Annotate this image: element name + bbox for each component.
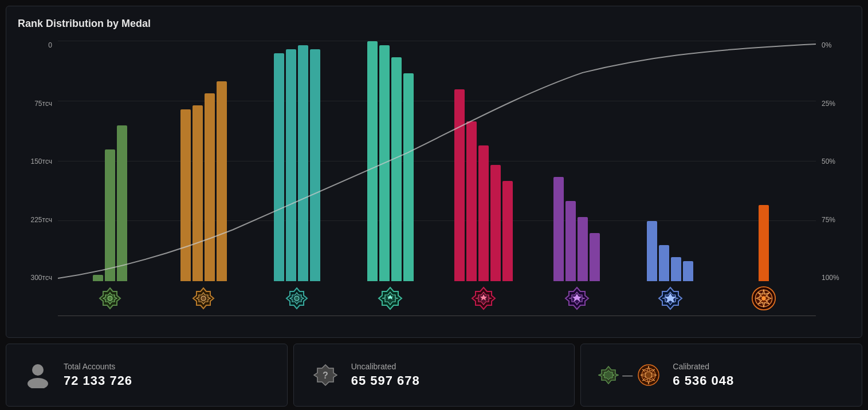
- y-axis-left-label: 150тсч: [31, 157, 53, 165]
- medal-icon-cell-immortal: [717, 286, 810, 311]
- y-axis-left-label: 225тсч: [31, 216, 53, 224]
- y-axis-right-label: 25%: [822, 100, 835, 108]
- y-axis-right-label: 50%: [822, 157, 835, 165]
- bar-ancient-0: [553, 177, 564, 281]
- bar-crusader-2: [298, 45, 308, 281]
- bar-guardian-1: [193, 105, 203, 281]
- y-axis-left: 075тсч150тсч225тсч300тсч: [18, 41, 58, 316]
- bar-crusader-0: [274, 53, 284, 281]
- medal-group-legend: [437, 41, 531, 281]
- bar-guardian-3: [217, 81, 227, 281]
- medal-group-ancient: [530, 41, 623, 281]
- svg-point-25: [761, 296, 765, 300]
- medal-icon-guardian: [191, 286, 216, 311]
- bar-archon-1: [379, 45, 390, 281]
- bar-immortal-0: [759, 205, 769, 281]
- medal-icon-cell-archon: [344, 286, 437, 311]
- bar-ancient-2: [578, 217, 588, 281]
- bar-crusader-1: [286, 49, 296, 281]
- bar-divine-1: [659, 245, 669, 281]
- calibrated-label: Calibrated: [673, 362, 734, 371]
- bar-archon-2: [391, 57, 402, 281]
- medal-group-divine: [623, 41, 717, 281]
- y-axis-right-label: 0%: [822, 41, 831, 49]
- bar-crusader-3: [310, 49, 320, 281]
- bar-legend-3: [490, 165, 501, 281]
- total-accounts-info: Total Accounts 72 133 726: [64, 362, 132, 388]
- bar-herald-0: [93, 275, 103, 281]
- bar-divine-3: [683, 261, 693, 281]
- chart-area: 075тсч150тсч225тсч300тсч 0%25%: [18, 41, 850, 316]
- bar-legend-2: [478, 145, 489, 281]
- medal-icon-divine: [658, 286, 683, 311]
- y-axis-right: 0%25%50%75%100%: [816, 41, 850, 316]
- bar-legend-4: [502, 181, 513, 281]
- medal-icon-crusader: [284, 286, 309, 311]
- bar-legend-0: [454, 89, 465, 281]
- bars-wrapper: [58, 41, 816, 281]
- uncalibrated-label: Uncalibrated: [351, 362, 420, 371]
- y-axis-left-label: 0: [48, 41, 52, 49]
- medal-group-archon: [344, 41, 437, 281]
- bar-ancient-1: [565, 201, 576, 281]
- medal-icon-legend: [471, 286, 496, 311]
- medal-group-guardian: [157, 41, 250, 281]
- total-accounts-card: Total Accounts 72 133 726: [6, 344, 288, 407]
- bar-herald-2: [117, 125, 127, 281]
- svg-point-26: [32, 364, 44, 376]
- medal-icon-archon: [378, 286, 403, 311]
- y-axis-left-label: 75тсч: [34, 100, 52, 108]
- stats-row: Total Accounts 72 133 726 ? Uncalibrated…: [6, 344, 862, 407]
- medal-group-herald: [64, 41, 157, 281]
- svg-point-8: [294, 296, 299, 301]
- bar-herald-1: [105, 149, 115, 281]
- medal-icon-cell-guardian: [157, 286, 250, 311]
- uncalibrated-info: Uncalibrated 65 597 678: [351, 362, 420, 388]
- bar-archon-0: [367, 41, 378, 281]
- uncalibrated-icon: ?: [311, 361, 340, 389]
- medal-icon-cell-ancient: [530, 286, 623, 311]
- medal-icon-ancient: [564, 286, 590, 311]
- bar-guardian-0: [180, 109, 191, 281]
- medal-icon-cell-divine: [623, 286, 717, 311]
- svg-point-5: [201, 296, 206, 301]
- calibrated-range-icons: —: [598, 362, 661, 388]
- bar-legend-1: [466, 121, 477, 281]
- medal-icon-cell-herald: [64, 286, 157, 311]
- total-accounts-label: Total Accounts: [64, 362, 132, 371]
- bar-divine-2: [671, 257, 681, 281]
- svg-point-34: [645, 372, 652, 379]
- calibrated-card: — Calibrated 6 536 048: [580, 344, 862, 407]
- medal-icons-row: [58, 281, 816, 316]
- uncalibrated-card: ? Uncalibrated 65 597 678: [293, 344, 575, 407]
- medal-icon-cell-legend: [437, 286, 531, 311]
- bar-guardian-2: [205, 93, 215, 281]
- y-axis-left-label: 300тсч: [31, 274, 53, 282]
- medal-group-immortal: [717, 41, 810, 281]
- range-dash: —: [622, 369, 633, 381]
- y-axis-right-label: 75%: [822, 216, 835, 224]
- total-accounts-value: 72 133 726: [64, 373, 132, 388]
- chart-inner: [58, 41, 816, 316]
- svg-text:?: ?: [323, 370, 328, 380]
- svg-point-27: [28, 378, 48, 388]
- bar-divine-0: [647, 221, 657, 281]
- person-icon: [23, 361, 52, 389]
- y-axis-right-label: 100%: [822, 274, 839, 282]
- uncalibrated-value: 65 597 678: [351, 373, 420, 388]
- calibrated-value: 6 536 048: [673, 373, 734, 388]
- bar-archon-3: [403, 73, 414, 281]
- chart-title: Rank Distribution by Medal: [18, 18, 850, 30]
- medal-group-crusader: [250, 41, 344, 281]
- bar-ancient-3: [590, 233, 600, 281]
- medal-icon-herald: [97, 286, 123, 311]
- calibrated-info: Calibrated 6 536 048: [673, 362, 734, 388]
- svg-point-2: [108, 296, 112, 301]
- medal-icon-cell-crusader: [250, 286, 344, 311]
- medal-icon-immortal: [751, 286, 776, 311]
- chart-container: Rank Distribution by Medal 075тсч150тсч2…: [6, 6, 862, 338]
